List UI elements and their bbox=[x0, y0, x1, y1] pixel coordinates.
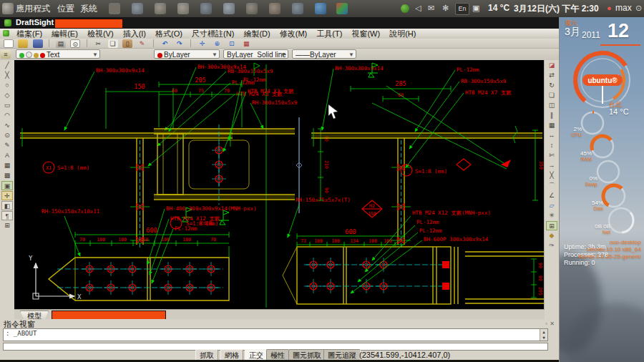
pattern-tool-icon[interactable]: ▦ bbox=[546, 121, 557, 130]
drawing-canvas[interactable]: .g{stroke:#00d400;stroke-width:0.8;fill:… bbox=[14, 60, 544, 309]
tray-sound-menu-icon[interactable]: ● bbox=[607, 4, 612, 12]
distro-menu-icon[interactable] bbox=[2, 3, 14, 14]
panel-temperature[interactable]: 14 °C bbox=[488, 3, 509, 13]
tray-mail-icon[interactable]: ✉ bbox=[428, 4, 434, 13]
linetype-combo[interactable]: ByLayer Solid line ▼ bbox=[223, 49, 288, 59]
float-panel-icon[interactable]: ▫ bbox=[545, 321, 547, 327]
title-bar[interactable]: DraftSight - bbox=[0, 17, 559, 29]
menu-draw[interactable]: 繪製(D) bbox=[243, 29, 270, 39]
note-tool-icon[interactable]: ¶ bbox=[1, 211, 13, 220]
region-tool-icon[interactable]: ▩ bbox=[1, 171, 13, 180]
circle-tool-icon[interactable]: ○ bbox=[1, 81, 13, 90]
copy-tool-icon[interactable]: ❏ bbox=[546, 91, 557, 100]
split-tool-icon[interactable]: ╳ bbox=[546, 171, 557, 180]
chamfer-tool-icon[interactable]: ∠ bbox=[546, 191, 557, 200]
polygon-tool-icon[interactable]: ◇ bbox=[1, 91, 13, 100]
trim-tool-icon[interactable]: ✄ bbox=[546, 151, 557, 160]
open-file-icon[interactable] bbox=[18, 39, 28, 48]
menu-help[interactable]: 說明(H) bbox=[389, 29, 416, 39]
launcher-icon[interactable] bbox=[177, 3, 189, 14]
command-history[interactable]: : _ABOUT ▲▼ bbox=[3, 328, 548, 341]
explode-tool-icon[interactable]: ✳ bbox=[546, 211, 557, 220]
launcher-browser-icon[interactable] bbox=[315, 3, 326, 14]
construction-line-tool-icon[interactable]: ╳ bbox=[1, 71, 13, 80]
rectangle-tool-icon[interactable]: ▭ bbox=[1, 101, 13, 110]
fillet-tool-icon[interactable]: ⌒ bbox=[546, 181, 557, 190]
launcher-icon[interactable] bbox=[292, 3, 303, 14]
layer-combo[interactable]: Text ▼ bbox=[16, 49, 100, 59]
launcher-icon[interactable] bbox=[132, 3, 143, 14]
gauge-label: Net bbox=[589, 230, 610, 235]
copy-icon[interactable]: ❏ bbox=[108, 39, 118, 48]
print-preview-icon[interactable]: ⊙ bbox=[70, 39, 80, 48]
insert-tool-icon[interactable]: ◧ bbox=[1, 201, 13, 210]
launcher-icon[interactable] bbox=[269, 3, 280, 14]
rotate-tool-icon[interactable]: ↻ bbox=[546, 81, 557, 90]
save-icon[interactable] bbox=[33, 39, 43, 48]
spline-tool-icon[interactable]: ∿ bbox=[1, 121, 13, 130]
hatch-tool-icon[interactable]: ▦ bbox=[1, 161, 13, 170]
panel-clock[interactable]: 3月12日(六) 下午 2:30 bbox=[514, 3, 599, 15]
close-panel-icon[interactable]: ✕ bbox=[550, 321, 555, 327]
scale-tool-icon[interactable]: ↕ bbox=[546, 141, 557, 150]
zoom-fit-icon[interactable]: ⊕ bbox=[212, 39, 222, 48]
menu-tools[interactable]: 工具(T) bbox=[316, 29, 342, 39]
erase-tool-icon[interactable]: ◪ bbox=[546, 61, 557, 70]
format-painter-icon[interactable]: ✎ bbox=[137, 39, 147, 48]
launcher-icon[interactable] bbox=[155, 3, 166, 14]
menu-view[interactable]: 檢視(V) bbox=[87, 29, 114, 39]
menu-places[interactable]: 位置 bbox=[57, 3, 74, 15]
tray-network-icon[interactable]: ▣ bbox=[472, 4, 479, 13]
scroll-spinner[interactable]: ▲▼ bbox=[540, 329, 547, 341]
offset-tool-icon[interactable]: ∥ bbox=[546, 111, 557, 120]
cells-tool-icon[interactable]: ⊞ bbox=[546, 221, 557, 230]
stretch-tool-icon[interactable]: ↔ bbox=[546, 131, 557, 140]
extend-tool-icon[interactable]: → bbox=[546, 161, 557, 170]
print-icon[interactable]: ▤ bbox=[56, 39, 66, 48]
pan-icon[interactable]: ✛ bbox=[197, 39, 208, 48]
menu-modify[interactable]: 修改(M) bbox=[280, 29, 308, 39]
launcher-icon[interactable] bbox=[246, 3, 258, 14]
new-file-icon[interactable] bbox=[4, 39, 14, 48]
annotate-tool-icon[interactable]: ◆ bbox=[546, 231, 557, 240]
line-tool-icon[interactable]: ╱ bbox=[1, 61, 13, 70]
menu-window[interactable]: 視窗(W) bbox=[351, 29, 380, 39]
point-tool-icon[interactable]: ⊙ bbox=[1, 131, 13, 140]
launcher-draftsight-icon[interactable] bbox=[336, 3, 348, 14]
tray-weather-icon[interactable]: ✻ bbox=[442, 4, 449, 13]
undo-icon[interactable]: ↶ bbox=[160, 39, 170, 48]
paste-icon[interactable]: ▯ bbox=[122, 39, 132, 48]
tray-volume-icon[interactable]: ◁ bbox=[415, 4, 421, 13]
properties-icon[interactable]: ▦ bbox=[241, 39, 251, 48]
menu-edit[interactable]: 編輯(E) bbox=[52, 29, 78, 39]
block-tool-icon[interactable]: ✛ bbox=[1, 191, 13, 200]
launcher-icon[interactable] bbox=[223, 3, 235, 14]
cut-icon[interactable]: ✂ bbox=[93, 39, 103, 48]
panel-username[interactable]: max bbox=[615, 3, 632, 13]
sketch-tool-icon[interactable]: ✎ bbox=[1, 141, 13, 150]
edit-polyline-tool-icon[interactable]: ▱ bbox=[546, 201, 557, 210]
launcher-icon[interactable] bbox=[109, 3, 120, 14]
tray-status-icon[interactable] bbox=[401, 4, 409, 13]
menu-dimension[interactable]: 尺寸標註(N) bbox=[192, 29, 234, 39]
zoom-window-icon[interactable]: ⊡ bbox=[227, 39, 237, 48]
menu-format[interactable]: 格式(O) bbox=[155, 29, 182, 39]
session-power-icon[interactable]: ⊙ bbox=[635, 4, 642, 13]
move-tool-icon[interactable]: ⇄ bbox=[546, 71, 557, 80]
properties-tool-icon[interactable]: ✑ bbox=[546, 241, 557, 250]
lineweight-combo[interactable]: ——ByLayer ▼ bbox=[292, 49, 356, 59]
menu-file[interactable]: 檔案(F) bbox=[16, 29, 42, 39]
arc-tool-icon[interactable]: ◠ bbox=[1, 111, 13, 120]
table-tool-icon[interactable]: ▣ bbox=[1, 181, 13, 190]
launcher-icon[interactable] bbox=[200, 3, 212, 14]
mirror-tool-icon[interactable]: ◫ bbox=[546, 101, 557, 110]
text-tool-icon[interactable]: A bbox=[1, 151, 13, 160]
redo-icon[interactable]: ↷ bbox=[175, 39, 185, 48]
menu-system[interactable]: 系統 bbox=[80, 3, 97, 15]
cell-tool-icon[interactable]: ⊞ bbox=[1, 221, 13, 230]
menu-insert[interactable]: 插入(I) bbox=[123, 29, 146, 39]
color-combo[interactable]: ByLayer ▼ bbox=[154, 49, 220, 59]
menu-applications[interactable]: 應用程式 bbox=[16, 3, 50, 15]
keyboard-indicator[interactable]: En bbox=[455, 3, 469, 15]
layer-manager-icon[interactable]: ≡ bbox=[1, 50, 11, 59]
